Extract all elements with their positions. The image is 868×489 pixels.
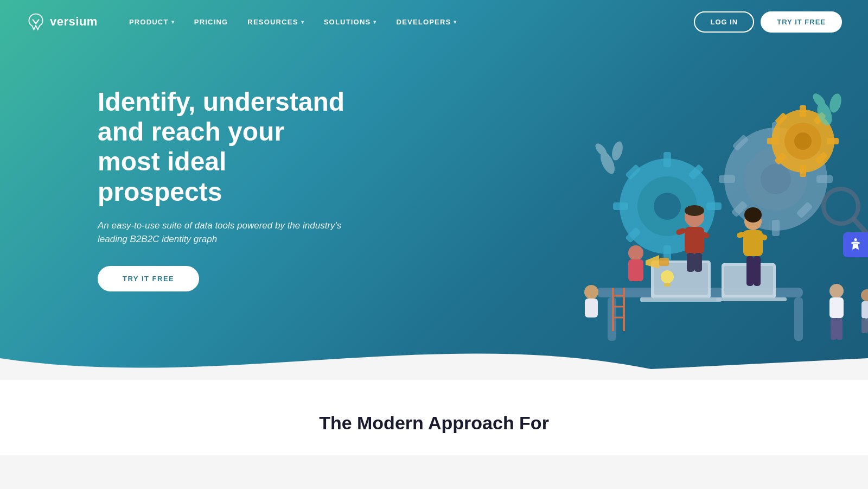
svg-rect-80 [861,301,868,319]
hero-wave [0,326,868,380]
svg-rect-26 [800,165,806,177]
nav-item-product: PRODUCT ▾ [119,14,184,30]
svg-rect-55 [694,253,702,272]
svg-point-24 [794,132,812,150]
below-hero-title: The Modern Approach For [0,412,868,434]
below-hero-section: The Modern Approach For [0,380,868,455]
svg-rect-15 [772,220,780,236]
nav-link-pricing[interactable]: PRICING [184,14,238,30]
nav-links: PRODUCT ▾ PRICING RESOURCES ▾ SOLUTIONS … [119,14,694,30]
svg-point-75 [829,284,844,298]
hero-subtitle: An easy-to-use suite of data tools power… [98,219,347,246]
svg-rect-16 [719,175,735,183]
svg-point-87 [854,238,857,241]
svg-point-70 [628,245,643,261]
nav-link-developers[interactable]: DEVELOPERS ▾ [387,14,467,30]
nav-link-solutions[interactable]: SOLUTIONS ▾ [314,14,387,30]
svg-rect-28 [827,138,839,144]
login-button[interactable]: LOG IN [694,11,754,33]
try-it-free-button-nav[interactable]: TRY IT FREE [761,11,842,33]
try-it-free-button-hero[interactable]: TRY IT FREE [98,266,199,291]
chevron-down-icon: ▾ [454,19,457,25]
svg-rect-57 [743,230,763,256]
svg-rect-76 [829,297,844,318]
svg-rect-48 [716,297,787,301]
hero-section: Identify, understand and reach your most… [0,0,868,380]
svg-rect-27 [767,138,779,144]
nav-link-product[interactable]: PRODUCT ▾ [119,14,184,30]
svg-rect-3 [663,152,671,167]
svg-rect-6 [706,202,722,210]
svg-point-2 [654,193,681,220]
brand-logo[interactable]: versium [26,12,98,31]
nav-item-pricing: PRICING [184,14,238,30]
hero-title: Identify, understand and reach your most… [98,87,347,207]
svg-point-53 [685,205,704,216]
svg-rect-50 [685,227,704,254]
nav-item-solutions: SOLUTIONS ▾ [314,14,387,30]
svg-rect-64 [585,299,598,317]
svg-point-60 [744,207,762,223]
accessibility-button[interactable] [843,232,868,257]
hero-content: Identify, understand and reach your most… [0,0,347,324]
svg-rect-61 [746,256,754,286]
versium-logo-icon [26,12,46,31]
chevron-down-icon: ▾ [373,19,376,25]
navbar: versium PRODUCT ▾ PRICING RESOURCES ▾ SO… [0,0,868,43]
svg-rect-54 [687,253,694,272]
svg-point-13 [761,164,791,194]
chevron-down-icon: ▾ [171,19,175,25]
svg-rect-17 [816,175,833,183]
svg-rect-45 [640,297,722,302]
nav-actions: LOG IN TRY IT FREE [694,11,842,33]
svg-rect-5 [613,202,628,210]
svg-point-79 [861,289,868,301]
svg-rect-72 [659,258,669,266]
nav-item-resources: RESOURCES ▾ [238,14,314,30]
svg-rect-25 [800,105,806,117]
accessibility-icon [848,237,863,252]
svg-rect-74 [664,283,671,287]
svg-point-63 [584,285,598,299]
nav-link-resources[interactable]: RESOURCES ▾ [238,14,314,30]
svg-rect-62 [754,256,761,286]
chevron-down-icon: ▾ [301,19,304,25]
nav-item-developers: DEVELOPERS ▾ [387,14,467,30]
svg-point-84 [610,140,625,161]
svg-rect-71 [628,259,643,281]
svg-line-39 [854,219,867,233]
svg-point-73 [661,270,674,283]
brand-name: versium [50,15,98,29]
